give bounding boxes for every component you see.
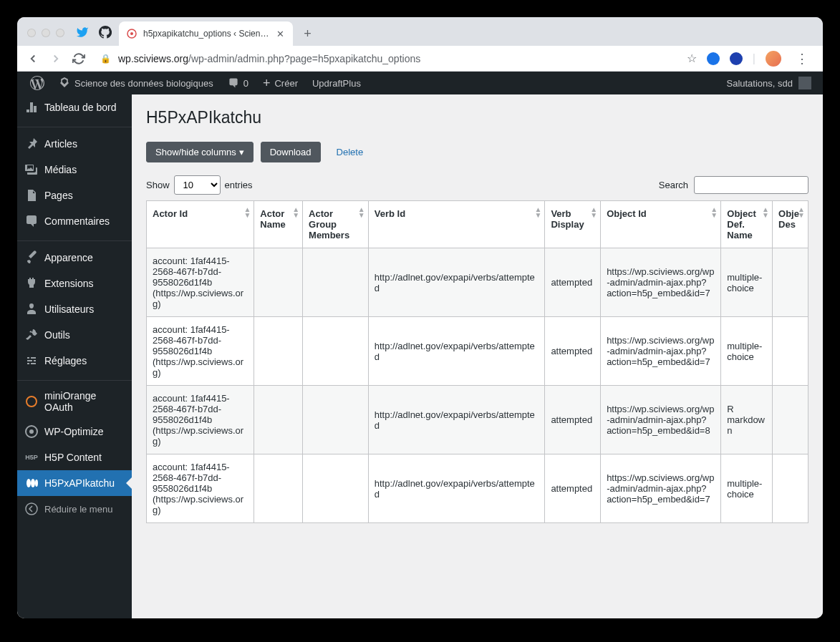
search-box: Search — [659, 176, 808, 194]
sidebar-item-label: Tableau de bord — [44, 102, 116, 113]
svg-point-2 — [26, 397, 37, 407]
table-cell: attempted — [545, 317, 601, 386]
show-hide-columns-button[interactable]: Show/hide columns▾ — [146, 142, 254, 162]
table-cell: attempted — [545, 248, 601, 317]
table-cell — [773, 454, 808, 523]
sidebar-item-oauth[interactable]: miniOrange OAuth — [17, 384, 132, 419]
new-tab-button[interactable]: + — [297, 24, 317, 44]
svg-point-4 — [29, 429, 34, 434]
table-row: account: 1faf4415-2568-467f-b7dd-9558026… — [147, 386, 808, 454]
svg-point-8 — [26, 503, 37, 515]
table-cell: account: 1faf4415-2568-467f-b7dd-9558026… — [147, 386, 254, 454]
sidebar-item-dashboard[interactable]: Tableau de bord — [17, 94, 132, 120]
sidebar-item-label: H5PxAPIkatchu — [44, 477, 115, 489]
wp-admin: Science des données biologiques 0 +Créer… — [17, 72, 823, 618]
browser-tab[interactable]: h5pxapikatchu_options ‹ Scien… ✕ — [119, 21, 293, 46]
sidebar-item-h5p[interactable]: H5PH5P Content — [17, 444, 132, 470]
show-label: Show — [146, 180, 170, 190]
wp-toolbar: Science des données biologiques 0 +Créer… — [17, 72, 823, 94]
table-cell — [254, 454, 303, 523]
pinned-tabs — [72, 26, 119, 46]
twitter-icon[interactable] — [76, 26, 89, 39]
delete-link[interactable]: Delete — [328, 142, 372, 162]
table-cell: http://adlnet.gov/expapi/verbs/attempted — [368, 454, 545, 523]
table-cell: http://adlnet.gov/expapi/verbs/attempted — [368, 386, 545, 454]
collapse-icon — [24, 502, 39, 516]
tab-favicon — [126, 28, 137, 39]
lock-icon: 🔒 — [100, 54, 111, 64]
sidebar-item-brush[interactable]: Apparence — [17, 245, 132, 271]
collapse-menu[interactable]: Réduire le menu — [17, 496, 132, 522]
sidebar-item-users[interactable]: Utilisateurs — [17, 296, 132, 322]
column-header[interactable]: Obje Des▲▼ — [773, 201, 808, 248]
sidebar-item-label: Commentaires — [44, 215, 110, 227]
extension-icon-1[interactable] — [707, 52, 720, 65]
table-cell: account: 1faf4415-2568-467f-b7dd-9558026… — [147, 317, 254, 386]
site-name-link[interactable]: Science des données biologiques — [52, 72, 221, 94]
browser-menu-icon[interactable]: ⋮ — [791, 51, 813, 67]
table-cell: http://adlnet.gov/expapi/verbs/attempted — [368, 317, 545, 386]
extension-icon-2[interactable] — [730, 52, 743, 65]
window-controls — [23, 29, 72, 46]
entries-label: entries — [225, 180, 253, 190]
extension-icons: ☆ | ⋮ — [682, 51, 817, 67]
sidebar-item-label: Extensions — [44, 278, 93, 289]
sidebar-item-label: H5P Content — [44, 452, 102, 463]
table-cell: https://wp.sciviews.org/wp-admin/admin-a… — [601, 248, 721, 317]
sidebar-item-page[interactable]: Pages — [17, 183, 132, 208]
sidebar-item-media[interactable]: Médias — [17, 157, 132, 183]
new-content-link[interactable]: +Créer — [256, 72, 305, 94]
entries-select[interactable]: 10 — [174, 175, 221, 195]
close-window[interactable] — [27, 29, 36, 37]
profile-avatar[interactable] — [766, 51, 781, 67]
dashboard-icon — [24, 100, 39, 115]
table-cell — [254, 248, 303, 317]
table-cell: multiple-choice — [721, 454, 773, 523]
wp-logo[interactable] — [23, 72, 52, 94]
show-entries: Show 10 entries — [146, 175, 253, 195]
table-cell: https://wp.sciviews.org/wp-admin/admin-a… — [601, 386, 721, 454]
search-input[interactable] — [694, 176, 808, 194]
column-header[interactable]: Actor Group Members▲▼ — [303, 201, 369, 248]
column-header[interactable]: Verb Id▲▼ — [368, 201, 545, 248]
maximize-window[interactable] — [56, 29, 64, 37]
wp-toolbar-right[interactable]: Salutations, sdd — [726, 77, 817, 89]
sidebar-item-optimize[interactable]: WP-Optimize — [17, 419, 132, 444]
sidebar-item-label: Utilisateurs — [44, 303, 94, 315]
back-button[interactable] — [23, 49, 43, 69]
minimize-window[interactable] — [42, 29, 50, 37]
download-button[interactable]: Download — [261, 142, 321, 162]
sidebar-item-comment[interactable]: Commentaires — [17, 208, 132, 234]
svg-point-1 — [130, 32, 133, 35]
column-header[interactable]: Object Def. Name▲▼ — [721, 201, 773, 248]
sidebar-item-tools[interactable]: Outils — [17, 322, 132, 348]
table-cell: R markdown — [721, 386, 773, 454]
table-controls: Show 10 entries Search — [146, 175, 808, 195]
user-avatar — [798, 77, 811, 89]
table-cell — [773, 386, 808, 454]
updraft-link[interactable]: UpdraftPlus — [305, 72, 368, 94]
column-header[interactable]: Actor Name▲▼ — [254, 201, 303, 248]
close-icon[interactable]: ✕ — [274, 28, 286, 39]
reload-button[interactable] — [69, 49, 89, 69]
oauth-icon — [24, 394, 39, 409]
column-header[interactable]: Verb Display▲▼ — [545, 201, 601, 248]
comments-link[interactable]: 0 — [221, 72, 256, 94]
forward-button[interactable] — [46, 49, 66, 69]
sidebar-item-label: Pages — [44, 190, 73, 201]
bookmark-icon[interactable]: ☆ — [687, 52, 697, 65]
table-row: account: 1faf4415-2568-467f-b7dd-9558026… — [147, 248, 808, 317]
tab-title: h5pxapikatchu_options ‹ Scien… — [143, 29, 269, 39]
sidebar-item-katchu[interactable]: H5PxAPIkatchu — [17, 470, 132, 496]
brush-icon — [24, 251, 39, 265]
column-header[interactable]: Actor Id▲▼ — [147, 201, 254, 248]
url-bar[interactable]: 🔒 wp.sciviews.org/wp-admin/admin.php?pag… — [92, 49, 680, 69]
sidebar-item-pin[interactable]: Articles — [17, 131, 132, 157]
sidebar-item-plugin[interactable]: Extensions — [17, 271, 132, 296]
wp-body: Tableau de bordArticlesMédiasPagesCommen… — [17, 94, 823, 618]
github-icon[interactable] — [99, 26, 112, 39]
tab-bar: h5pxapikatchu_options ‹ Scien… ✕ + — [17, 17, 823, 46]
sidebar-item-settings[interactable]: Réglages — [17, 348, 132, 374]
table-cell — [773, 317, 808, 386]
column-header[interactable]: Object Id▲▼ — [601, 201, 721, 248]
